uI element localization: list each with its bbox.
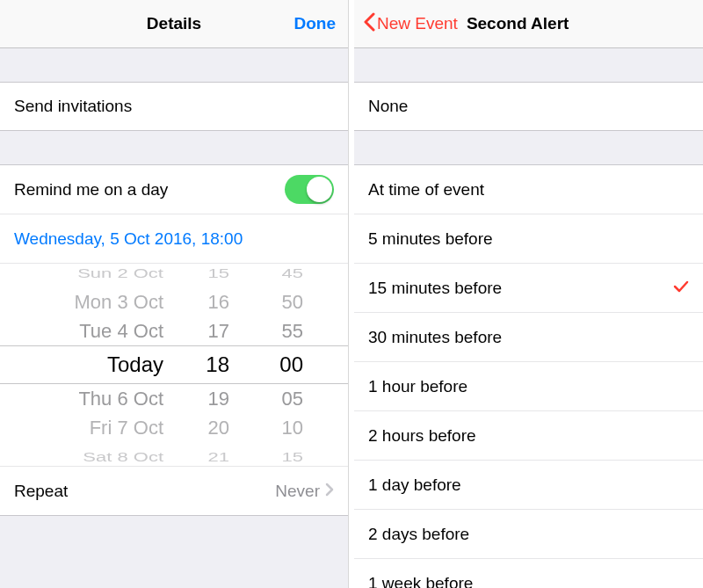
alert-option-row[interactable]: 15 minutes before [354,264,703,313]
alert-option-label: 1 week before [368,574,473,589]
alert-option-row[interactable]: 5 minutes before [354,214,703,264]
toggle-knob [307,177,332,202]
picker-hour-option[interactable]: 15 [208,264,229,283]
spacer [354,131,703,164]
picker-min-option[interactable]: 55 [282,316,303,345]
chevron-right-icon [325,482,334,501]
remind-label: Remind me on a day [14,180,168,200]
picker-date-option[interactable]: Tue 4 Oct [79,316,163,345]
repeat-row[interactable]: Repeat Never [0,466,348,515]
reminder-group: Remind me on a day Wednesday, 5 Oct 2016… [0,164,348,516]
alert-option-row[interactable]: 1 day before [354,461,703,510]
alert-option-row[interactable]: 30 minutes before [354,313,703,362]
picker-min-option[interactable]: 45 [282,264,303,283]
picker-date-option[interactable]: Sat 8 Oct [83,446,163,466]
back-button[interactable]: New Event [366,12,458,36]
alert-option-row[interactable]: At time of event [354,165,703,214]
alert-option-label: 1 hour before [368,377,467,396]
repeat-label: Repeat [14,482,68,501]
alert-option-label: 2 hours before [368,426,476,446]
repeat-value-wrap: Never [275,482,334,501]
picker-hour-column[interactable]: 15 16 17 18 19 20 21 [181,264,229,466]
alert-options-list: At time of event5 minutes before15 minut… [354,164,703,588]
picker-hour-option[interactable]: 16 [208,287,229,316]
send-invitations-label: Send invitations [14,97,132,116]
done-button[interactable]: Done [294,14,337,33]
alert-option-label: 2 days before [368,525,469,544]
picker-hour-option[interactable]: 19 [208,384,229,413]
picker-min-selected[interactable]: 00 [279,345,303,384]
picker-min-option[interactable]: 05 [282,384,303,413]
picker-date-option[interactable]: Mon 3 Oct [75,287,163,316]
details-pane: Details Done Send invitations Remind me … [0,0,349,588]
checkmark-icon [673,279,689,298]
picker-date-option[interactable]: Thu 6 Oct [78,384,163,413]
spacer [0,131,348,164]
alert-option-row[interactable]: 2 days before [354,510,703,559]
alert-option-row[interactable]: 1 week before [354,559,703,588]
spacer [354,48,703,82]
picker-hour-option[interactable]: 20 [208,413,229,442]
remind-toggle-row[interactable]: Remind me on a day [0,165,348,214]
chevron-left-icon [366,12,377,36]
send-invitations-row[interactable]: Send invitations [0,82,348,131]
alert-option-label: 1 day before [368,475,461,495]
picker-date-option[interactable]: Fri 7 Oct [90,413,163,442]
spacer [0,48,348,82]
picker-hour-option[interactable]: 21 [208,446,229,466]
picker-date-selected[interactable]: Today [107,345,163,384]
picker-min-option[interactable]: 15 [282,446,303,466]
alert-option-label: 15 minutes before [368,279,502,298]
picker-min-option[interactable]: 50 [282,287,303,316]
alert-option-row[interactable]: 1 hour before [354,362,703,411]
alert-option-label: 5 minutes before [368,229,493,249]
repeat-value: Never [275,482,320,501]
alert-none-row[interactable]: None [354,82,703,131]
datetime-picker[interactable]: Sun 2 Oct Mon 3 Oct Tue 4 Oct Today Thu … [0,264,348,466]
picker-minute-column[interactable]: 45 50 55 00 05 10 15 [255,264,303,466]
second-alert-pane: New Event Second Alert None At time of e… [354,0,703,588]
alert-option-label: At time of event [368,180,484,200]
details-navbar: Details Done [0,0,348,48]
date-summary-row[interactable]: Wednesday, 5 Oct 2016, 18:00 [0,214,348,264]
remind-toggle[interactable] [285,175,334,204]
picker-date-column[interactable]: Sun 2 Oct Mon 3 Oct Tue 4 Oct Today Thu … [16,264,163,466]
alert-none-label: None [368,97,408,116]
date-summary: Wednesday, 5 Oct 2016, 18:00 [14,229,243,249]
picker-date-option[interactable]: Sun 2 Oct [77,264,163,283]
alert-option-label: 30 minutes before [368,328,502,347]
second-alert-navbar: New Event Second Alert [354,0,703,48]
second-alert-title: Second Alert [467,14,569,33]
back-label: New Event [377,14,458,33]
picker-min-option[interactable]: 10 [282,413,303,442]
picker-hour-option[interactable]: 17 [208,316,229,345]
picker-hour-selected[interactable]: 18 [206,345,229,384]
alert-option-row[interactable]: 2 hours before [354,411,703,461]
